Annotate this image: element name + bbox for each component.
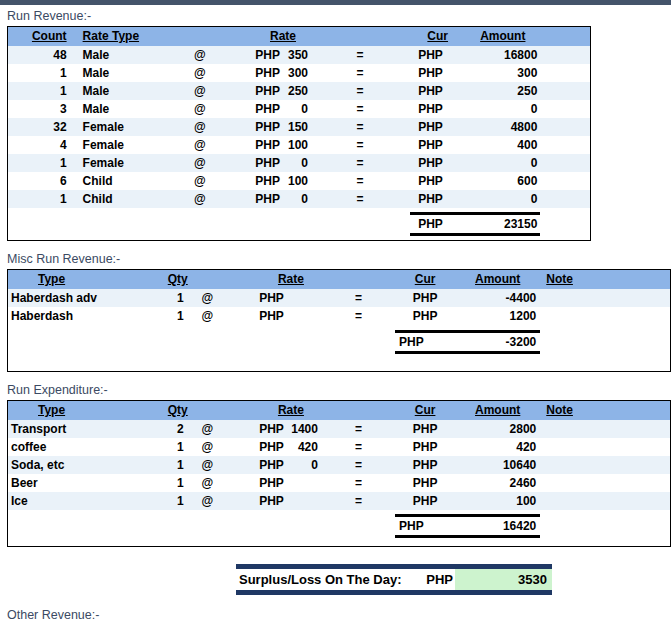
count-cell[interactable]: 1 bbox=[8, 82, 72, 100]
header-rate[interactable]: Rate bbox=[225, 401, 322, 421]
equals-cell[interactable]: = bbox=[310, 154, 410, 172]
rate-type-cell[interactable]: Female bbox=[72, 136, 184, 154]
amount-cell[interactable]: 2800 bbox=[455, 420, 540, 438]
equals-cell[interactable]: = bbox=[310, 118, 410, 136]
currency-cell[interactable]: PHP bbox=[395, 420, 455, 438]
at-cell[interactable]: @ bbox=[190, 492, 225, 510]
amount-cell[interactable]: 300 bbox=[465, 64, 540, 82]
amount-cell[interactable]: 0 bbox=[465, 100, 540, 118]
header-cur[interactable]: Cur bbox=[395, 270, 455, 290]
at-cell[interactable]: @ bbox=[190, 438, 225, 456]
amount-cell[interactable]: 1200 bbox=[455, 307, 540, 325]
header-type[interactable]: Type bbox=[8, 401, 138, 421]
at-cell[interactable]: @ bbox=[184, 82, 216, 100]
currency-cell[interactable]: PHP bbox=[216, 46, 282, 64]
currency-cell[interactable]: PHP bbox=[410, 118, 465, 136]
at-cell[interactable]: @ bbox=[184, 190, 216, 208]
rate-type-cell[interactable]: Child bbox=[72, 190, 184, 208]
equals-cell[interactable]: = bbox=[322, 492, 395, 510]
count-cell[interactable]: 1 bbox=[8, 190, 72, 208]
rate-cell[interactable]: 0 bbox=[290, 456, 322, 474]
rate-cell[interactable]: 350 bbox=[282, 46, 310, 64]
currency-cell[interactable]: PHP bbox=[216, 118, 282, 136]
rate-type-cell[interactable]: Female bbox=[72, 154, 184, 172]
rate-type-cell[interactable]: Female bbox=[72, 118, 184, 136]
at-cell[interactable]: @ bbox=[190, 456, 225, 474]
currency-cell[interactable]: PHP bbox=[395, 456, 455, 474]
rate-cell[interactable]: 0 bbox=[282, 190, 310, 208]
rate-type-cell[interactable]: Male bbox=[72, 82, 184, 100]
amount-cell[interactable]: 2460 bbox=[455, 474, 540, 492]
currency-cell[interactable]: PHP bbox=[395, 289, 455, 307]
header-qty[interactable]: Qty bbox=[138, 401, 190, 421]
amount-cell[interactable]: 100 bbox=[455, 492, 540, 510]
header-cur[interactable]: Cur bbox=[410, 27, 465, 47]
currency-cell[interactable]: PHP bbox=[395, 474, 455, 492]
currency-cell[interactable]: PHP bbox=[410, 172, 465, 190]
equals-cell[interactable]: = bbox=[322, 438, 395, 456]
type-cell[interactable]: Transport bbox=[8, 420, 138, 438]
at-cell[interactable]: @ bbox=[184, 64, 216, 82]
rate-cell[interactable]: 0 bbox=[282, 100, 310, 118]
qty-cell[interactable]: 1 bbox=[138, 307, 190, 325]
amount-cell[interactable]: 400 bbox=[465, 136, 540, 154]
currency-cell[interactable]: PHP bbox=[410, 190, 465, 208]
currency-cell[interactable]: PHP bbox=[410, 100, 465, 118]
rate-cell[interactable]: 0 bbox=[282, 154, 310, 172]
currency-cell[interactable]: PHP bbox=[216, 136, 282, 154]
at-cell[interactable]: @ bbox=[184, 100, 216, 118]
rate-cell[interactable]: 420 bbox=[290, 438, 322, 456]
at-cell[interactable]: @ bbox=[190, 289, 225, 307]
amount-cell[interactable]: 0 bbox=[465, 190, 540, 208]
equals-cell[interactable]: = bbox=[310, 190, 410, 208]
currency-cell[interactable]: PHP bbox=[225, 474, 290, 492]
amount-cell[interactable]: 16800 bbox=[465, 46, 540, 64]
count-cell[interactable]: 1 bbox=[8, 64, 72, 82]
equals-cell[interactable]: = bbox=[322, 420, 395, 438]
at-cell[interactable]: @ bbox=[184, 46, 216, 64]
currency-cell[interactable]: PHP bbox=[225, 307, 290, 325]
equals-cell[interactable]: = bbox=[322, 289, 395, 307]
amount-cell[interactable]: 600 bbox=[465, 172, 540, 190]
amount-cell[interactable]: 250 bbox=[465, 82, 540, 100]
rate-cell[interactable]: 100 bbox=[282, 136, 310, 154]
rate-cell[interactable]: 1400 bbox=[290, 420, 322, 438]
qty-cell[interactable]: 2 bbox=[138, 420, 190, 438]
header-amount[interactable]: Amount bbox=[455, 401, 540, 421]
at-cell[interactable]: @ bbox=[184, 118, 216, 136]
header-rate-type[interactable]: Rate Type bbox=[72, 27, 184, 47]
rate-cell[interactable] bbox=[290, 289, 322, 307]
header-count[interactable]: Count bbox=[8, 27, 72, 47]
currency-cell[interactable]: PHP bbox=[410, 154, 465, 172]
total-currency-cell[interactable]: PHP bbox=[395, 332, 455, 353]
currency-cell[interactable]: PHP bbox=[216, 64, 282, 82]
qty-cell[interactable]: 1 bbox=[138, 474, 190, 492]
qty-cell[interactable]: 1 bbox=[138, 456, 190, 474]
qty-cell[interactable]: 1 bbox=[138, 492, 190, 510]
header-type[interactable]: Type bbox=[8, 270, 138, 290]
surplus-amount-cell[interactable]: 3530 bbox=[455, 569, 552, 590]
header-rate[interactable]: Rate bbox=[216, 27, 310, 47]
amount-cell[interactable]: 10640 bbox=[455, 456, 540, 474]
amount-cell[interactable]: 0 bbox=[465, 154, 540, 172]
total-amount-cell[interactable]: 23150 bbox=[465, 214, 540, 235]
currency-cell[interactable]: PHP bbox=[225, 289, 290, 307]
note-cell[interactable] bbox=[540, 289, 600, 307]
count-cell[interactable]: 48 bbox=[8, 46, 72, 64]
type-cell[interactable]: Haberdash bbox=[8, 307, 138, 325]
total-currency-cell[interactable]: PHP bbox=[395, 516, 455, 537]
header-amount[interactable]: Amount bbox=[465, 27, 540, 47]
currency-cell[interactable]: PHP bbox=[395, 307, 455, 325]
equals-cell[interactable]: = bbox=[322, 307, 395, 325]
type-cell[interactable]: Beer bbox=[8, 474, 138, 492]
count-cell[interactable]: 3 bbox=[8, 100, 72, 118]
equals-cell[interactable]: = bbox=[310, 100, 410, 118]
count-cell[interactable]: 1 bbox=[8, 154, 72, 172]
rate-type-cell[interactable]: Male bbox=[72, 100, 184, 118]
total-currency-cell[interactable]: PHP bbox=[410, 214, 465, 235]
type-cell[interactable]: Haberdash adv bbox=[8, 289, 138, 307]
equals-cell[interactable]: = bbox=[310, 82, 410, 100]
header-rate[interactable]: Rate bbox=[225, 270, 322, 290]
note-cell[interactable] bbox=[540, 456, 600, 474]
amount-cell[interactable]: -4400 bbox=[455, 289, 540, 307]
